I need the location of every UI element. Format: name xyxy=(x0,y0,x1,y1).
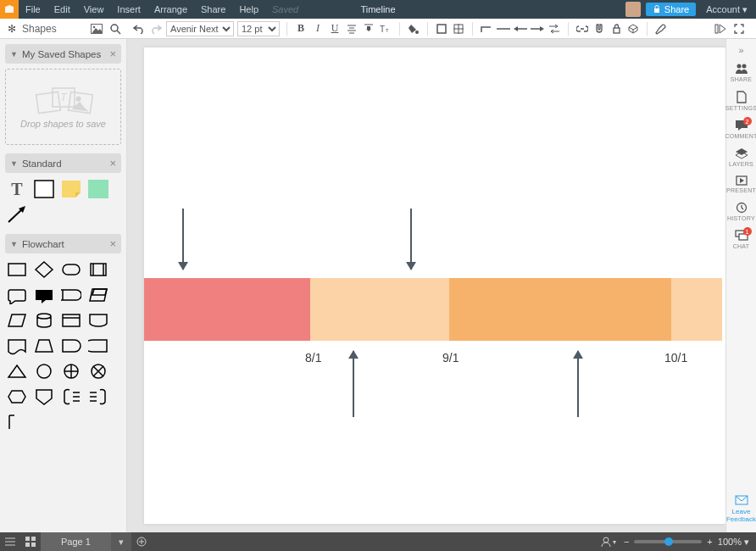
flowchart-shape-14[interactable] xyxy=(59,335,83,357)
rail-settings[interactable]: SETTINGS xyxy=(726,86,757,114)
flowchart-shape-21[interactable] xyxy=(32,386,56,408)
flowchart-shape-18[interactable] xyxy=(59,360,83,382)
border-icon[interactable] xyxy=(435,22,448,36)
cube-icon[interactable] xyxy=(626,22,640,36)
menu-edit[interactable]: Edit xyxy=(47,4,77,14)
flowchart-shape-5[interactable] xyxy=(32,284,56,306)
fill-icon[interactable] xyxy=(407,22,420,36)
timeline-block[interactable] xyxy=(310,278,449,341)
timeline-label[interactable]: 10/1 xyxy=(664,351,687,365)
bold-icon[interactable]: B xyxy=(294,22,308,36)
timeline-block[interactable] xyxy=(671,278,722,341)
flowchart-shape-24[interactable] xyxy=(5,411,29,433)
zoom-slider[interactable] xyxy=(634,540,702,543)
shape-note-yellow[interactable] xyxy=(59,178,83,200)
canvas-page[interactable]: 8/19/110/1 xyxy=(144,47,725,524)
italic-icon[interactable]: I xyxy=(311,22,325,36)
timeline-block[interactable] xyxy=(144,278,310,341)
arrow-down[interactable] xyxy=(182,209,184,270)
align-icon[interactable] xyxy=(345,22,359,36)
zoom-plus-icon[interactable]: + xyxy=(707,537,712,547)
flowchart-shape-0[interactable] xyxy=(5,259,29,281)
redo-icon[interactable] xyxy=(149,22,163,36)
link-icon[interactable] xyxy=(575,22,589,36)
flowchart-shape-1[interactable] xyxy=(32,259,56,281)
flowchart-shape-3[interactable] xyxy=(86,259,110,281)
share-button[interactable]: Share xyxy=(646,3,696,16)
master-icon[interactable]: ▾ xyxy=(598,532,619,551)
arrow-right-icon[interactable] xyxy=(531,22,544,36)
rail-present[interactable]: PRESENT xyxy=(726,170,757,197)
canvas-area[interactable]: 8/19/110/1 xyxy=(127,39,725,532)
rail-chat[interactable]: CHAT1 xyxy=(726,225,757,253)
close-icon[interactable]: × xyxy=(109,157,116,170)
lock-icon[interactable] xyxy=(609,22,623,36)
section-flowchart[interactable]: ▼ Flowchart × xyxy=(5,234,121,253)
flowchart-shape-6[interactable] xyxy=(59,284,83,306)
list-view-icon[interactable] xyxy=(0,532,20,551)
menu-share[interactable]: Share xyxy=(194,4,232,14)
page-tab[interactable]: Page 1 xyxy=(41,532,111,551)
close-icon[interactable]: × xyxy=(109,237,116,250)
text-size-icon[interactable]: TT xyxy=(379,22,392,36)
timeline-label[interactable]: 9/1 xyxy=(442,351,459,365)
font-family-select[interactable]: Avenir Next xyxy=(166,21,234,36)
flowchart-shape-15[interactable] xyxy=(86,335,110,357)
rail-layers[interactable]: LAYERS xyxy=(726,142,757,170)
flowchart-shape-17[interactable] xyxy=(32,360,56,382)
timeline-block[interactable] xyxy=(449,278,671,341)
flowchart-shape-7[interactable] xyxy=(86,284,110,306)
font-size-select[interactable]: 12 pt xyxy=(237,21,280,36)
zoom-minus-icon[interactable]: − xyxy=(624,537,629,547)
flowchart-shape-20[interactable] xyxy=(5,386,29,408)
rail-history[interactable]: HISTORY xyxy=(726,197,757,225)
account-menu[interactable]: Account ▾ xyxy=(703,4,756,15)
section-standard[interactable]: ▼ Standard × xyxy=(5,153,121,173)
app-logo[interactable] xyxy=(0,0,19,19)
position-icon[interactable] xyxy=(452,22,465,36)
shape-rect-outline[interactable] xyxy=(32,178,56,200)
magnet-icon[interactable] xyxy=(592,22,606,36)
image-icon[interactable] xyxy=(90,22,103,36)
shape-rect-green[interactable] xyxy=(86,178,110,200)
underline-icon[interactable]: U xyxy=(328,22,342,36)
rail-share[interactable]: SHARE xyxy=(726,58,757,86)
timeline-label[interactable]: 8/1 xyxy=(305,351,321,365)
shape-text[interactable]: T xyxy=(5,178,29,200)
menu-insert[interactable]: Insert xyxy=(110,4,147,14)
section-my-saved-shapes[interactable]: ▼ My Saved Shapes × xyxy=(5,44,121,64)
rail-comment[interactable]: COMMENT2 xyxy=(726,114,757,142)
arrow-up[interactable] xyxy=(353,351,354,417)
flowchart-shape-12[interactable] xyxy=(5,335,29,357)
menu-arrange[interactable]: Arrange xyxy=(147,4,194,14)
zoom-label[interactable]: 100% ▾ xyxy=(718,537,749,548)
document-title[interactable]: Timeline xyxy=(360,4,395,14)
search-icon[interactable] xyxy=(108,22,122,36)
shape-arrow-line[interactable] xyxy=(5,203,29,225)
user-avatar[interactable] xyxy=(625,2,641,17)
flowchart-shape-11[interactable] xyxy=(86,309,110,331)
line-style-icon[interactable] xyxy=(480,22,493,36)
arrow-down[interactable] xyxy=(410,209,412,270)
menu-help[interactable]: Help xyxy=(232,4,265,14)
feedback-button[interactable]: LeaveFeedback xyxy=(726,490,757,532)
arrow-left-icon[interactable] xyxy=(514,22,527,36)
flowchart-shape-10[interactable] xyxy=(59,309,83,331)
menu-view[interactable]: View xyxy=(77,4,111,14)
play-start-icon[interactable] xyxy=(714,22,727,36)
flowchart-shape-2[interactable] xyxy=(59,259,83,281)
close-icon[interactable]: × xyxy=(109,47,116,60)
flowchart-shape-19[interactable] xyxy=(86,360,110,382)
grid-view-icon[interactable] xyxy=(20,532,41,551)
add-page-icon[interactable] xyxy=(131,532,152,551)
flowchart-shape-4[interactable] xyxy=(5,284,29,306)
line-solid-icon[interactable] xyxy=(497,22,510,36)
flowchart-shape-16[interactable] xyxy=(5,360,29,382)
swap-icon[interactable] xyxy=(548,22,561,36)
rail-expand[interactable]: » xyxy=(726,42,757,58)
wrench-icon[interactable] xyxy=(654,22,668,36)
page-menu-icon[interactable]: ▾ xyxy=(111,532,131,551)
arrow-up[interactable] xyxy=(577,351,579,417)
flowchart-shape-22[interactable] xyxy=(59,386,83,408)
flowchart-shape-23[interactable] xyxy=(86,386,110,408)
